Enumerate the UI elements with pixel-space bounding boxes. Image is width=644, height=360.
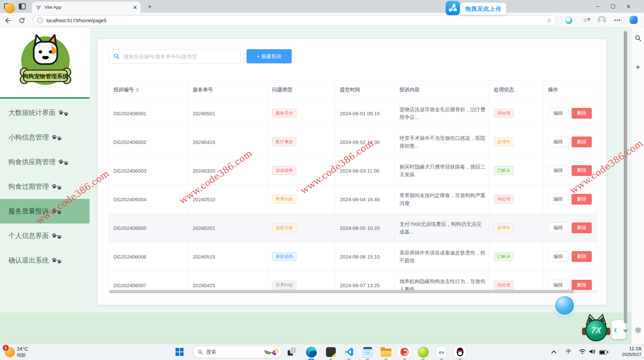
edit-button[interactable]: 编辑 [548, 194, 568, 205]
status-cell: 待处理 [489, 185, 543, 214]
content-cell: 宠物店洗澡导致金毛后腿骨折，治疗费用争议... [395, 99, 489, 128]
issue-type-tag: 美容损伤 [272, 252, 296, 261]
wifi-icon[interactable] [579, 349, 586, 356]
window-minimize-button[interactable] [590, 0, 605, 13]
complaint-id-cell: DG202406002 [109, 128, 188, 156]
delete-button[interactable]: 删除 [572, 251, 592, 262]
sidebar-item-5[interactable]: 服务质量投诉 [0, 199, 90, 223]
sidebar-item-7[interactable]: 确认退出系统 [0, 248, 90, 273]
column-header: 操作 [543, 81, 598, 99]
netdisk-upload-icon[interactable] [446, 1, 460, 15]
taskbar-clock[interactable]: 11:16 2025/5/27 [622, 346, 641, 357]
tab-close-icon[interactable] [133, 5, 137, 9]
qq-icon[interactable] [453, 345, 467, 359]
table-row: DG20240600420240510寄养纠纷2024-06-04 16:45寄… [109, 185, 598, 214]
window-maximize-button[interactable] [605, 0, 621, 13]
weather-desc: 晴朗 [17, 352, 26, 358]
page-scrollbar-thumb[interactable] [624, 31, 627, 324]
complaints-table: 投诉编号服务单号问题类型提交时间投诉内容处理状态操作 DG20240600120… [108, 80, 598, 300]
extension-icon[interactable] [565, 17, 572, 24]
column-header-label: 操作 [548, 87, 558, 92]
status-badge: 已解决 [494, 252, 514, 261]
sidebar-search-icon[interactable] [634, 34, 642, 42]
table-row: DG20240600220240415医疗事故2024-06-02 14:30绝… [109, 128, 598, 156]
sort-icon[interactable] [136, 88, 139, 92]
qq-music-icon[interactable]: ♪ [416, 345, 430, 359]
copilot-icon[interactable] [630, 16, 638, 24]
task-view-icon[interactable] [285, 345, 298, 359]
content-cell: 领养机构隐瞒狗狗攻击性行为，导致伤人事件 [395, 271, 489, 300]
address-bar[interactable]: i localhost:5173/home/page5 ☆ [32, 15, 557, 26]
edit-button[interactable]: 编辑 [548, 165, 568, 176]
sticky-notes-icon[interactable] [324, 345, 337, 359]
footer-band [0, 312, 631, 344]
scrollbar-down-arrow[interactable] [623, 330, 628, 333]
taskbar-search-box[interactable]: 搜索 [193, 346, 281, 358]
window-close-button[interactable] [621, 0, 636, 13]
sidebar-item-1[interactable]: 大数据统计界面 [0, 100, 90, 125]
profile-avatar[interactable] [598, 16, 606, 24]
sidebar-add-icon[interactable]: + [634, 63, 642, 71]
edit-button[interactable]: 编辑 [548, 137, 568, 147]
paw-icon [51, 183, 62, 191]
refresh-button[interactable] [18, 16, 26, 25]
start-button[interactable] [175, 348, 184, 356]
file-explorer-icon[interactable] [379, 345, 393, 359]
edit-button[interactable]: 编辑 [548, 108, 568, 119]
settings-gear-icon[interactable] [634, 326, 642, 334]
delete-button[interactable]: 删除 [572, 165, 592, 176]
vite-logo-icon [35, 4, 41, 10]
issue-type-tag: 弃养纠纷 [272, 281, 296, 290]
logo-title-svg-text: 狗狗宠物管理系统 [22, 73, 68, 80]
new-complaint-button[interactable]: + 新建投诉 [247, 49, 292, 63]
edge-icon[interactable] [304, 345, 318, 359]
table-horizontal-scrollbar[interactable] [109, 290, 597, 293]
delete-button[interactable]: 删除 [572, 222, 592, 233]
sidebar-item-2[interactable]: 小狗信息管理 [0, 125, 90, 150]
search-input[interactable] [109, 50, 240, 63]
site-info-icon[interactable]: i [37, 18, 43, 23]
floating-assistant-ball[interactable] [555, 296, 574, 315]
weather-widget-icon[interactable] [5, 3, 15, 13]
edit-button[interactable]: 编辑 [548, 280, 568, 291]
volume-icon[interactable] [589, 349, 595, 356]
content-cell: 美容师操作失误造成泰迪皮肤烫伤，拒不赔偿 [395, 242, 489, 271]
browser-tab[interactable]: Vite App [32, 2, 140, 13]
edit-button[interactable]: 编辑 [548, 251, 568, 262]
delete-button[interactable]: 删除 [572, 194, 592, 205]
status-badge: 处理中 [494, 138, 514, 146]
status-badge: 处理中 [494, 223, 514, 232]
delete-button[interactable]: 删除 [572, 280, 592, 291]
sidebar-item-3[interactable]: 狗食供应商管理 [0, 150, 90, 174]
complaint-search-box[interactable] [108, 49, 240, 63]
status-cell: 处理中 [489, 214, 543, 242]
column-header[interactable]: 投诉编号 [109, 81, 188, 99]
submit-time-cell: 2024-06-01 09:15 [335, 99, 395, 128]
delete-button[interactable]: 删除 [572, 108, 592, 119]
new-tab-button[interactable]: + [145, 2, 155, 12]
tab-search-icon[interactable] [19, 3, 26, 9]
favorite-star-icon[interactable]: ☆ [547, 17, 552, 24]
edit-button[interactable]: 编辑 [548, 222, 568, 233]
back-button[interactable] [3, 16, 12, 25]
notepad-icon[interactable] [361, 345, 374, 359]
doggy-logo-icon: 狗狗宠物管理系统 Doggy Pet [13, 32, 77, 92]
favorites-bar-icon[interactable]: ☆ [583, 17, 588, 24]
honeyview-icon[interactable] [398, 345, 411, 359]
table-head: 投诉编号服务单号问题类型提交时间投诉内容处理状态操作 [109, 81, 598, 99]
logo-subtitle-svg-text: Doggy Pet [32, 85, 60, 89]
sidebar-item-6[interactable]: 个人信息界面 [0, 223, 90, 248]
issue-type-tag: 寄养纠纷 [272, 195, 296, 204]
service-no-cell: 20240501 [188, 99, 267, 128]
delete-button[interactable]: 删除 [572, 137, 592, 147]
browser-menu-icon[interactable] [614, 20, 620, 21]
vscode-icon[interactable] [342, 345, 356, 359]
status-cell: 处理中 [489, 128, 543, 156]
battery-icon[interactable] [599, 350, 607, 355]
column-header-label: 服务单号 [193, 87, 213, 92]
mascot-widget[interactable]: 7X [581, 313, 612, 344]
sidebar-item-4[interactable]: 狗食过期管理 [0, 174, 90, 199]
paw-icon [51, 232, 62, 240]
ime-indicator[interactable]: 中 [566, 348, 571, 355]
ev-capture-icon[interactable]: ev [435, 345, 448, 359]
